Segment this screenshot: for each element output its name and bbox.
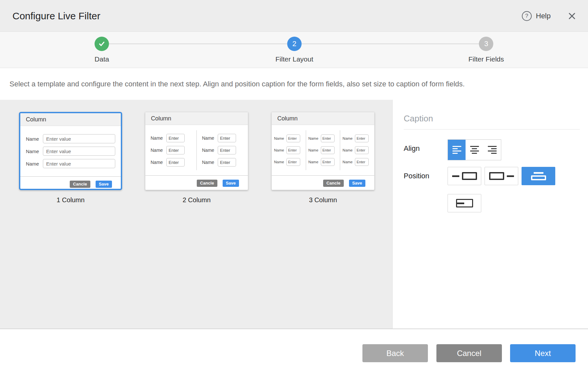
position-label-right-button[interactable] bbox=[485, 167, 518, 185]
mini-panel-title: Column bbox=[20, 113, 121, 126]
step-number: 2 bbox=[292, 40, 296, 48]
align-button-group bbox=[448, 139, 501, 160]
step-connector-line bbox=[109, 44, 287, 44]
mini-form-row: NameEnter bbox=[308, 146, 338, 154]
mini-form-row: NameEnter bbox=[274, 158, 303, 166]
mini-field-label: Name bbox=[202, 135, 218, 141]
mini-form-row: NameEnter bbox=[202, 134, 243, 142]
mini-field-input: Enter bbox=[218, 158, 236, 167]
mini-save-button: Save bbox=[349, 180, 365, 187]
help-icon[interactable]: ? bbox=[522, 11, 532, 21]
cancel-button[interactable]: Cancel bbox=[436, 344, 502, 362]
step-filter-fields[interactable]: 3 Filter Fields bbox=[469, 37, 504, 63]
mini-field-input: Enter bbox=[166, 134, 185, 142]
mini-form-row: NameEnter bbox=[151, 158, 191, 167]
mini-field-input: Enter bbox=[166, 158, 185, 167]
mini-form-row: NameEnter bbox=[202, 158, 243, 167]
mini-field-input: Enter bbox=[218, 146, 236, 154]
label-dash-icon bbox=[507, 175, 514, 177]
align-right-icon bbox=[488, 146, 497, 154]
step-data[interactable]: Data bbox=[95, 37, 109, 63]
template-card-2-column[interactable]: Column NameEnterNameEnterNameEnterNameEn… bbox=[145, 112, 248, 190]
position-label-top-button[interactable] bbox=[522, 167, 555, 185]
mini-form-column: NameEnterNameEnterNameEnter bbox=[306, 125, 340, 175]
mini-form-row: NameEnter bbox=[274, 134, 303, 142]
mini-field-label: Name bbox=[202, 148, 218, 153]
step-label: Data bbox=[95, 55, 109, 63]
template-slot: Column NameEnterNameEnterNameEnterNameEn… bbox=[271, 112, 375, 204]
dialog-header: Configure Live Filter ? Help bbox=[0, 0, 588, 32]
mini-field-label: Name bbox=[26, 136, 43, 142]
mini-panel-footer: Cancle Save bbox=[272, 175, 374, 190]
mini-form-row: NameEnter value bbox=[26, 159, 115, 168]
mini-field-label: Name bbox=[274, 148, 286, 152]
step-filter-layout[interactable]: 2 Filter Layout bbox=[275, 37, 313, 63]
position-button-group bbox=[448, 167, 562, 212]
field-rect-icon bbox=[489, 172, 504, 180]
mini-field-input: Enter bbox=[286, 158, 300, 166]
mini-form-row: NameEnter bbox=[151, 134, 191, 142]
mini-field-label: Name bbox=[274, 160, 286, 164]
position-label: Position bbox=[404, 167, 448, 212]
mini-form-row: NameEnter bbox=[151, 146, 191, 154]
mini-panel-body: NameEnterNameEnterNameEnterNameEnterName… bbox=[272, 125, 374, 175]
step-connector-line bbox=[302, 44, 479, 44]
mini-field-input: Enter value bbox=[43, 147, 115, 156]
mini-form-row: NameEnter bbox=[342, 158, 372, 166]
dialog-footer: Back Cancel Next bbox=[0, 329, 588, 373]
check-icon bbox=[98, 40, 106, 48]
caption-panel-title: Caption bbox=[404, 114, 579, 124]
mini-panel-footer: Cancle Save bbox=[20, 176, 121, 190]
template-slot: Column NameEnter valueNameEnter valueNam… bbox=[19, 112, 122, 204]
mini-field-input: Enter value bbox=[43, 159, 115, 168]
instruction-bar: Select a template and configure the cont… bbox=[0, 68, 588, 100]
mini-save-button: Save bbox=[96, 181, 112, 188]
mini-form-row: NameEnter bbox=[202, 146, 243, 154]
close-icon[interactable] bbox=[568, 12, 576, 20]
mini-field-label: Name bbox=[274, 136, 286, 140]
align-left-button[interactable] bbox=[448, 140, 466, 160]
mini-save-button: Save bbox=[223, 180, 239, 187]
mini-field-label: Name bbox=[202, 160, 218, 165]
template-name: 2 Column bbox=[145, 196, 248, 204]
next-button[interactable]: Next bbox=[510, 344, 576, 362]
instruction-text: Select a template and configure the cont… bbox=[9, 80, 465, 88]
align-right-button[interactable] bbox=[483, 140, 501, 160]
mini-panel-title: Column bbox=[272, 112, 374, 125]
mini-field-input: Enter bbox=[321, 158, 335, 166]
help-button[interactable]: Help bbox=[536, 12, 551, 20]
template-name: 1 Column bbox=[19, 196, 122, 204]
back-button[interactable]: Back bbox=[362, 344, 428, 362]
align-left-icon bbox=[452, 146, 461, 154]
mini-field-label: Name bbox=[308, 160, 321, 164]
mini-form-row: NameEnter bbox=[308, 134, 338, 142]
mini-field-label: Name bbox=[342, 160, 355, 164]
mini-field-label: Name bbox=[151, 148, 166, 153]
step-active-circle: 2 bbox=[287, 37, 302, 51]
align-label: Align bbox=[404, 139, 448, 160]
mini-form-column: NameEnterNameEnterNameEnter bbox=[197, 125, 248, 175]
template-card-3-column[interactable]: Column NameEnterNameEnterNameEnterNameEn… bbox=[271, 112, 375, 190]
mini-form-column: NameEnterNameEnterNameEnter bbox=[340, 125, 374, 175]
caption-settings-panel: Caption Align Position bbox=[392, 100, 588, 329]
template-card-1-column[interactable]: Column NameEnter valueNameEnter valueNam… bbox=[19, 112, 122, 190]
mini-form-row: NameEnter bbox=[342, 134, 372, 142]
template-slot: Column NameEnterNameEnterNameEnterNameEn… bbox=[145, 112, 248, 204]
position-label-left-button[interactable] bbox=[448, 167, 481, 185]
mini-form-row: NameEnter value bbox=[26, 147, 115, 156]
position-label-inside-button[interactable] bbox=[448, 194, 481, 212]
mini-field-input: Enter bbox=[286, 134, 300, 142]
step-completed-circle bbox=[95, 37, 109, 51]
header-actions: ? Help bbox=[522, 0, 576, 32]
template-name: 3 Column bbox=[271, 196, 375, 204]
field-rect-with-label-icon bbox=[456, 199, 473, 207]
label-dash-icon bbox=[457, 203, 464, 204]
step-label: Filter Layout bbox=[275, 55, 313, 63]
mini-field-input: Enter bbox=[166, 146, 185, 154]
label-dash-icon bbox=[534, 172, 543, 174]
mini-field-input: Enter bbox=[355, 158, 369, 166]
mini-panel-body: NameEnterNameEnterNameEnterNameEnterName… bbox=[145, 125, 248, 175]
mini-field-input: Enter bbox=[355, 146, 369, 154]
align-center-button[interactable] bbox=[466, 140, 483, 160]
mini-form-row: NameEnter value bbox=[26, 134, 115, 143]
